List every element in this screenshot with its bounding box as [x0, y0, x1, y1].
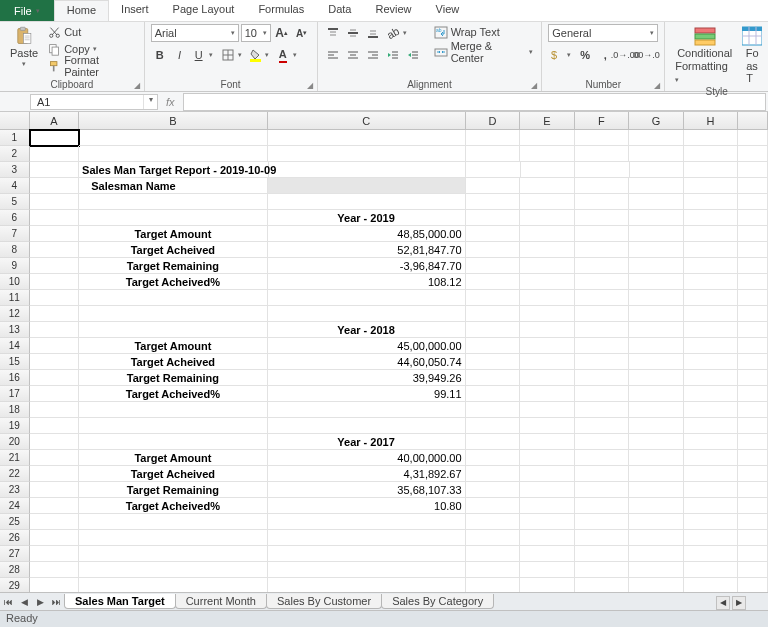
cell[interactable]	[629, 546, 684, 562]
cut-button[interactable]: Cut	[46, 24, 137, 40]
row-header[interactable]: 10	[0, 274, 30, 290]
cell[interactable]: Target Acheived%	[79, 498, 267, 514]
cell[interactable]	[629, 210, 684, 226]
cell[interactable]	[575, 498, 630, 514]
cell[interactable]	[268, 514, 466, 530]
cell[interactable]	[738, 514, 768, 530]
cell[interactable]	[466, 354, 521, 370]
cell[interactable]	[684, 418, 739, 434]
cell[interactable]: 52,81,847.70	[268, 242, 466, 258]
cell[interactable]: 39,949.26	[268, 370, 466, 386]
tab-insert[interactable]: Insert	[109, 0, 161, 21]
cell[interactable]	[738, 546, 768, 562]
cell[interactable]	[30, 274, 80, 290]
dialog-launcher-icon[interactable]: ◢	[307, 81, 313, 90]
sheet-nav-last[interactable]: ⏭	[48, 594, 64, 610]
cell[interactable]	[575, 130, 630, 146]
cell[interactable]	[520, 226, 575, 242]
row-header[interactable]: 21	[0, 450, 30, 466]
cell[interactable]	[520, 258, 575, 274]
cell[interactable]	[466, 482, 521, 498]
cell[interactable]	[520, 370, 575, 386]
row-header[interactable]: 20	[0, 434, 30, 450]
cell[interactable]	[520, 386, 575, 402]
row-header[interactable]: 6	[0, 210, 30, 226]
orientation-button[interactable]: ab▾	[384, 24, 410, 42]
conditional-formatting-button[interactable]: Conditional Formatting ▾	[671, 24, 738, 86]
cell[interactable]: Target Amount	[79, 450, 267, 466]
cell[interactable]	[629, 466, 684, 482]
cell[interactable]	[629, 482, 684, 498]
cell[interactable]	[684, 434, 739, 450]
cell[interactable]: 44,60,050.74	[268, 354, 466, 370]
row-header[interactable]: 22	[0, 466, 30, 482]
cell[interactable]	[575, 162, 629, 178]
cell[interactable]	[466, 530, 521, 546]
cell[interactable]	[684, 514, 739, 530]
cell[interactable]	[30, 402, 80, 418]
cell[interactable]	[575, 386, 630, 402]
cell[interactable]	[520, 434, 575, 450]
cell[interactable]	[520, 130, 575, 146]
cell[interactable]: Target Remaining	[79, 370, 267, 386]
tab-view[interactable]: View	[424, 0, 472, 21]
cell[interactable]	[575, 418, 630, 434]
cell[interactable]	[629, 274, 684, 290]
scroll-left-icon[interactable]: ◀	[716, 596, 730, 610]
cell[interactable]	[79, 194, 267, 210]
cell[interactable]	[466, 194, 521, 210]
cell[interactable]	[520, 418, 575, 434]
row-header[interactable]: 1	[0, 130, 30, 146]
sheet-tab-sales-by-category[interactable]: Sales By Category	[381, 594, 494, 609]
scroll-right-icon[interactable]: ▶	[732, 596, 746, 610]
cell[interactable]	[466, 434, 521, 450]
cell[interactable]	[684, 146, 739, 162]
cell[interactable]	[629, 338, 684, 354]
sheet-tab-sales-man-target[interactable]: Sales Man Target	[64, 594, 176, 609]
cell[interactable]	[520, 146, 575, 162]
cell[interactable]	[269, 162, 466, 178]
cell[interactable]	[466, 370, 521, 386]
decrease-font-button[interactable]: A▾	[293, 24, 311, 42]
cell[interactable]	[30, 514, 80, 530]
align-left-button[interactable]	[324, 46, 342, 64]
sheet-tab-sales-by-customer[interactable]: Sales By Customer	[266, 594, 382, 609]
percent-button[interactable]: %	[576, 46, 594, 64]
cell[interactable]	[466, 338, 521, 354]
cell[interactable]	[30, 306, 80, 322]
cell[interactable]	[30, 258, 80, 274]
col-header-D[interactable]: D	[466, 112, 521, 129]
cell[interactable]	[520, 546, 575, 562]
cell[interactable]	[575, 146, 630, 162]
row-header[interactable]: 9	[0, 258, 30, 274]
cell[interactable]: Target Acheived	[79, 354, 267, 370]
cell[interactable]	[79, 562, 267, 578]
col-header-A[interactable]: A	[30, 112, 80, 129]
cell[interactable]	[738, 370, 768, 386]
cell[interactable]	[520, 450, 575, 466]
cell[interactable]	[79, 322, 267, 338]
cell[interactable]	[738, 258, 768, 274]
row-header[interactable]: 26	[0, 530, 30, 546]
cell[interactable]	[575, 290, 630, 306]
cell[interactable]	[30, 338, 80, 354]
row-header[interactable]: 8	[0, 242, 30, 258]
cell[interactable]	[268, 562, 466, 578]
cell[interactable]: 108.12	[268, 274, 466, 290]
cell[interactable]	[738, 434, 768, 450]
cell[interactable]	[684, 386, 739, 402]
cell[interactable]	[30, 498, 80, 514]
cell[interactable]	[466, 290, 521, 306]
row-header[interactable]: 24	[0, 498, 30, 514]
bold-button[interactable]: B	[151, 46, 169, 64]
cell[interactable]	[684, 194, 739, 210]
cell[interactable]	[30, 178, 80, 194]
cell[interactable]	[520, 306, 575, 322]
cell[interactable]	[738, 178, 768, 194]
tab-file[interactable]: File▾	[0, 0, 54, 21]
cell[interactable]	[466, 386, 521, 402]
italic-button[interactable]: I	[171, 46, 189, 64]
align-bottom-button[interactable]	[364, 24, 382, 42]
underline-button[interactable]: U▾	[191, 46, 217, 64]
cell[interactable]	[629, 290, 684, 306]
